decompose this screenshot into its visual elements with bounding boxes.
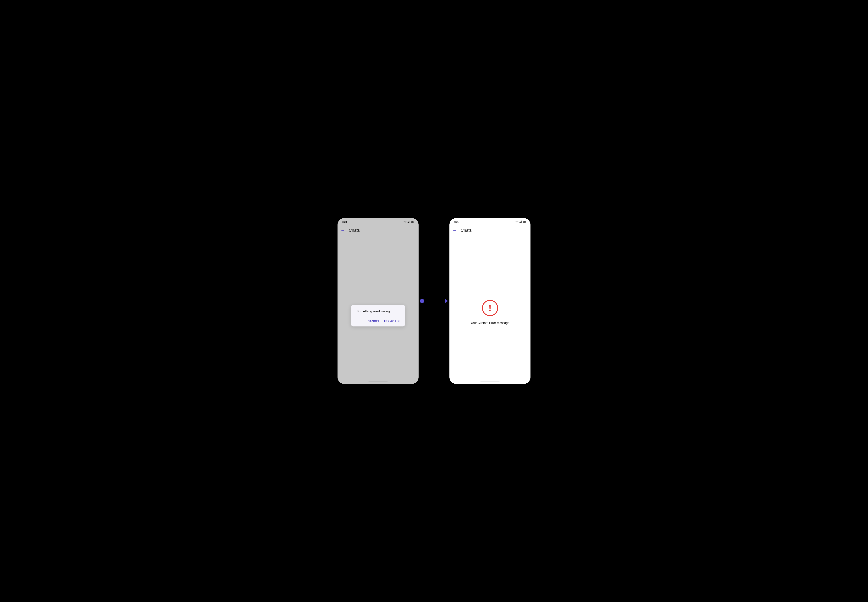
try-again-button[interactable]: Try again (384, 319, 399, 323)
signal-icon (519, 220, 522, 223)
svg-text:!: ! (489, 303, 492, 313)
right-status-icons (515, 220, 526, 223)
left-status-icons (404, 220, 414, 223)
scene: 2:20 ← Chats Something went wrong CANCEL (338, 218, 530, 384)
dialog-title: Something went wrong (356, 310, 399, 313)
svg-rect-9 (521, 221, 522, 223)
error-dialog: Something went wrong CANCEL Try again (351, 305, 405, 327)
svg-rect-2 (409, 221, 409, 223)
right-status-bar: 2:21 (449, 218, 530, 225)
svg-rect-11 (524, 221, 525, 223)
battery-icon (523, 220, 526, 223)
right-status-time: 2:21 (454, 221, 459, 223)
left-status-time: 2:20 (342, 221, 347, 223)
arrow-line (420, 299, 448, 303)
error-message-text: Your Custom Error Message (470, 321, 509, 325)
svg-rect-6 (519, 222, 520, 223)
right-content: ! Your Custom Error Message (449, 236, 530, 378)
right-app-bar: ← Chats (449, 225, 530, 236)
right-home-bar (480, 381, 499, 381)
left-phone: 2:20 ← Chats Something went wrong CANCEL (338, 218, 419, 384)
arrow-dot (420, 299, 424, 303)
left-back-button[interactable]: ← (341, 228, 345, 232)
left-home-bar (369, 381, 388, 381)
cancel-button[interactable]: CANCEL (368, 319, 380, 323)
svg-rect-3 (410, 221, 410, 223)
error-icon: ! (481, 299, 499, 316)
battery-icon (411, 220, 414, 223)
svg-rect-5 (412, 221, 413, 223)
wifi-icon (404, 220, 407, 223)
svg-rect-7 (520, 222, 521, 223)
left-status-bar: 2:20 (338, 218, 419, 225)
left-home-indicator (338, 378, 419, 384)
arrow-body (424, 301, 446, 301)
left-app-title: Chats (349, 228, 360, 233)
svg-rect-8 (521, 221, 521, 223)
right-home-indicator (449, 378, 530, 384)
arrow-head (446, 299, 448, 303)
arrow-connector (419, 299, 449, 303)
right-back-button[interactable]: ← (453, 228, 457, 232)
svg-rect-1 (408, 222, 409, 223)
svg-rect-0 (407, 222, 408, 223)
wifi-icon (515, 220, 519, 223)
error-state: ! Your Custom Error Message (470, 299, 509, 325)
dialog-actions: CANCEL Try again (356, 319, 399, 323)
right-app-title: Chats (461, 228, 472, 233)
left-app-bar: ← Chats (338, 225, 419, 236)
right-phone: 2:21 ← Chats ! Your Custo (449, 218, 530, 384)
left-content: Something went wrong CANCEL Try again (338, 236, 419, 378)
signal-icon (407, 220, 410, 223)
